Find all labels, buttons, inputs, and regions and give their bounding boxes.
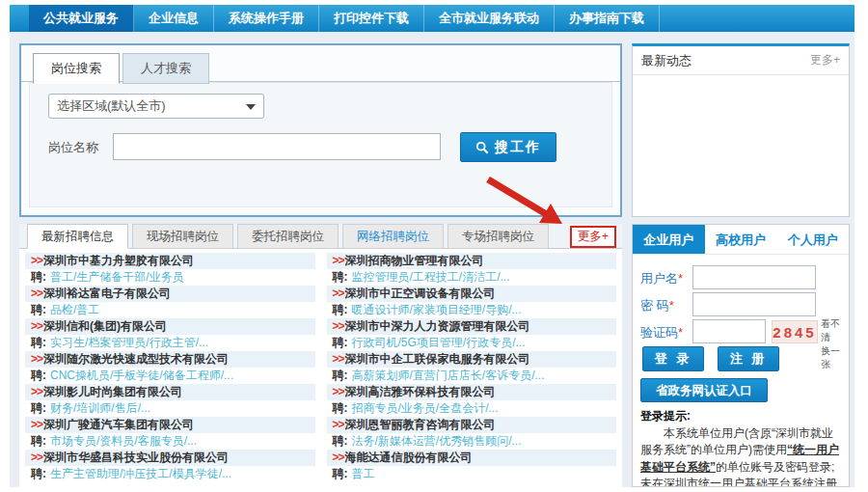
- job-links[interactable]: 实习生/档案管理员/行政主管/...: [50, 336, 208, 349]
- tab-online-recruitment[interactable]: 网络招聘岗位: [342, 224, 444, 249]
- pin-label: 聘:: [31, 303, 46, 316]
- company-link[interactable]: >>深圳市华盛昌科技实业股份有限公司: [25, 450, 315, 466]
- nav-item-public-employment[interactable]: 公共就业服务: [29, 5, 134, 32]
- tab-talent-search[interactable]: 人才搜索: [122, 53, 209, 84]
- latest-news-panel: 最新动态 更多+: [632, 43, 850, 217]
- tab-entrusted-recruitment[interactable]: 委托招聘岗位: [237, 224, 339, 249]
- company-link[interactable]: >>深圳市中企工联保家电服务有限公司: [327, 351, 617, 368]
- job-links[interactable]: 高薪策划师/直营门店店长/客诉专员/...: [352, 369, 545, 382]
- job-links[interactable]: 市场专员/资料员/客服专员/...: [50, 434, 197, 448]
- chevrons-icon: >>: [333, 451, 344, 464]
- tab-university-user[interactable]: 高校用户: [705, 225, 777, 254]
- job-links[interactable]: 暖通设计师/家装项目经理/导购/...: [352, 303, 522, 316]
- login-panel: 企业用户 高校用户 个人用户 用户名* 密 码* 验证码* 2845 看不清 换…: [632, 224, 850, 487]
- company-link[interactable]: >>深圳恩智丽教育咨询有限公司: [327, 417, 617, 433]
- pin-label: 聘:: [31, 467, 46, 480]
- job-links-row: 聘:监控管理员/工程技工/清洁工/...: [327, 269, 617, 286]
- nav-item-print-control-download[interactable]: 打印控件下载: [319, 5, 424, 32]
- company-name: 深圳信和(集团)有限公司: [43, 319, 167, 333]
- tab-job-search[interactable]: 岗位搜索: [33, 53, 120, 84]
- pin-label: 聘:: [333, 270, 348, 284]
- company-link[interactable]: >>深圳市中基力舟塑胶有限公司: [25, 253, 315, 269]
- company-link[interactable]: >>深圳信和(集团)有限公司: [25, 318, 315, 335]
- company-link[interactable]: >>深圳影儿时尚集团有限公司: [25, 384, 315, 400]
- pin-label: 聘:: [333, 303, 348, 316]
- tab-personal-user[interactable]: 个人用户: [776, 225, 849, 254]
- region-select-value: 选择区域(默认全市): [57, 98, 166, 113]
- job-links-row: 聘:CNC操机员/手板学徒/储备工程师/...: [25, 368, 315, 384]
- recruitment-panel: 最新招聘信息 现场招聘岗位 委托招聘岗位 网络招聘岗位 专场招聘岗位 更多+ >…: [19, 224, 622, 487]
- job-links-row: 聘:品检/普工: [25, 302, 315, 318]
- password-row: 密 码*: [633, 292, 849, 317]
- tab-enterprise-user[interactable]: 企业用户: [633, 225, 705, 254]
- required-mark: *: [669, 298, 674, 313]
- register-button[interactable]: 注 册: [718, 346, 779, 371]
- job-name-input[interactable]: [113, 133, 441, 160]
- company-link[interactable]: >>深圳广骏通汽车集团有限公司: [25, 417, 315, 433]
- login-tips-title: 登录提示:: [640, 408, 843, 425]
- pin-label: 聘:: [31, 336, 46, 349]
- captcha-label: 验证码*: [640, 324, 683, 342]
- job-links[interactable]: CNC操机员/手板学徒/储备工程师/...: [50, 369, 233, 382]
- company-link[interactable]: >>深圳高洁雅环保科技有限公司: [327, 384, 617, 400]
- recruitment-column-right: >>深圳招商物业管理有限公司 聘:监控管理员/工程技工/清洁工/... >>深圳…: [321, 253, 623, 487]
- gov-portal-button[interactable]: 省政务网认证入口: [640, 378, 768, 402]
- recruitment-column-left: >>深圳市中基力舟塑胶有限公司 聘:普工/生产储备干部/业务员 >>深圳裕达富电…: [19, 253, 321, 487]
- recruitment-more-link[interactable]: 更多+: [570, 226, 616, 248]
- company-link[interactable]: >>深圳裕达富电子有限公司: [25, 286, 315, 302]
- search-jobs-label: 搜工作: [495, 139, 541, 156]
- nav-item-citywide-linkage[interactable]: 全市就业服务联动: [424, 5, 555, 32]
- login-button[interactable]: 登 录: [642, 346, 704, 371]
- company-link[interactable]: >>深圳随尔激光快速成型技术有限公司: [25, 351, 315, 368]
- username-input[interactable]: [692, 265, 816, 289]
- nav-item-enterprise-info[interactable]: 企业信息: [134, 5, 214, 32]
- company-name: 深圳市中正空调设备有限公司: [345, 287, 496, 300]
- job-links[interactable]: 普工: [352, 467, 375, 480]
- job-links[interactable]: 财务/培训师/售后/...: [50, 401, 150, 415]
- username-label: 用户名*: [640, 270, 683, 287]
- news-more-link[interactable]: 更多+: [810, 52, 840, 68]
- chevrons-icon: >>: [333, 385, 344, 398]
- pin-label: 聘:: [31, 270, 46, 284]
- login-tips-line2: 未在深圳市统一用户基础平台系统注册的,: [640, 476, 843, 487]
- job-links[interactable]: 普工/生产储备干部/业务员: [50, 270, 184, 284]
- page-background: 公共就业服务 企业信息 系统操作手册 打印控件下载 全市就业服务联动 办事指南下…: [10, 5, 854, 487]
- job-links-row: 聘:生产主管助理/冲压技工/模具学徒/...: [25, 466, 315, 482]
- chevrons-icon: >>: [31, 418, 42, 431]
- tab-special-recruitment[interactable]: 专场招聘岗位: [448, 224, 549, 249]
- tab-latest-recruitment[interactable]: 最新招聘信息: [27, 224, 128, 249]
- job-links[interactable]: 招商专员/业务员/全盘会计/...: [352, 401, 499, 415]
- password-input[interactable]: [692, 292, 816, 316]
- captcha-image[interactable]: 2845: [772, 320, 818, 343]
- company-link[interactable]: >>深圳市中深力人力资源管理有限公司: [327, 318, 617, 335]
- company-link[interactable]: >>深圳招商物业管理有限公司: [327, 253, 617, 269]
- company-link[interactable]: >>海能达通信股份有限公司: [327, 450, 617, 466]
- job-links[interactable]: 法务/新媒体运营/优秀销售顾问/...: [352, 434, 522, 448]
- login-tips-paragraph: 本系统单位用户(含原“深圳市就业服务系统”的单位用户)需使用“统一用户基础平台系…: [640, 425, 843, 477]
- company-name: 深圳高洁雅环保科技有限公司: [345, 385, 496, 398]
- search-jobs-button[interactable]: 搜工作: [460, 132, 556, 162]
- job-links[interactable]: 品检/普工: [50, 303, 99, 316]
- chevrons-icon: >>: [333, 287, 344, 300]
- captcha-refresh-link[interactable]: 看不清 换一张: [821, 317, 849, 371]
- job-links[interactable]: 生产主管助理/冲压技工/模具学徒/...: [50, 467, 231, 480]
- job-links[interactable]: 监控管理员/工程技工/清洁工/...: [352, 270, 510, 284]
- chevrons-icon: >>: [31, 451, 42, 464]
- chevrons-icon: >>: [31, 385, 42, 398]
- news-title: 最新动态: [641, 52, 692, 69]
- company-name: 深圳市华盛昌科技实业股份有限公司: [43, 451, 229, 464]
- job-links[interactable]: 行政司机/5G项目管理/行政专员/...: [352, 336, 526, 349]
- region-select[interactable]: 选择区域(默认全市): [48, 94, 264, 119]
- chevrons-icon: >>: [31, 287, 42, 300]
- job-links-row: 聘:财务/培训师/售后/...: [25, 400, 315, 417]
- company-name: 深圳市中深力人力资源管理有限公司: [345, 319, 530, 333]
- job-links-row: 聘:普工/生产储备干部/业务员: [25, 269, 315, 286]
- captcha-input[interactable]: [692, 319, 766, 343]
- nav-item-guide-download[interactable]: 办事指南下载: [555, 5, 660, 32]
- chevrons-icon: >>: [31, 319, 42, 333]
- tab-onsite-recruitment[interactable]: 现场招聘岗位: [132, 224, 233, 249]
- company-name: 深圳广骏通汽车集团有限公司: [43, 418, 194, 431]
- nav-item-system-manual[interactable]: 系统操作手册: [214, 5, 319, 32]
- company-link[interactable]: >>深圳市中正空调设备有限公司: [327, 286, 617, 302]
- pin-label: 聘:: [333, 336, 348, 349]
